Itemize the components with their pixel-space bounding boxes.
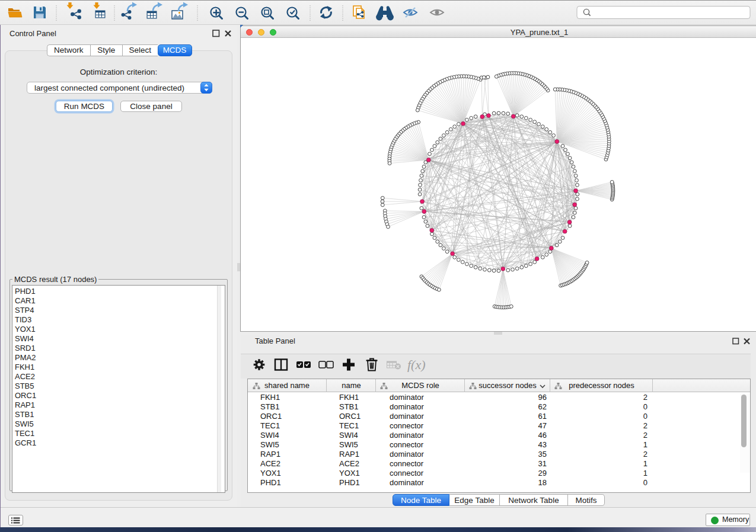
svg-text:f(x): f(x) xyxy=(407,357,426,372)
